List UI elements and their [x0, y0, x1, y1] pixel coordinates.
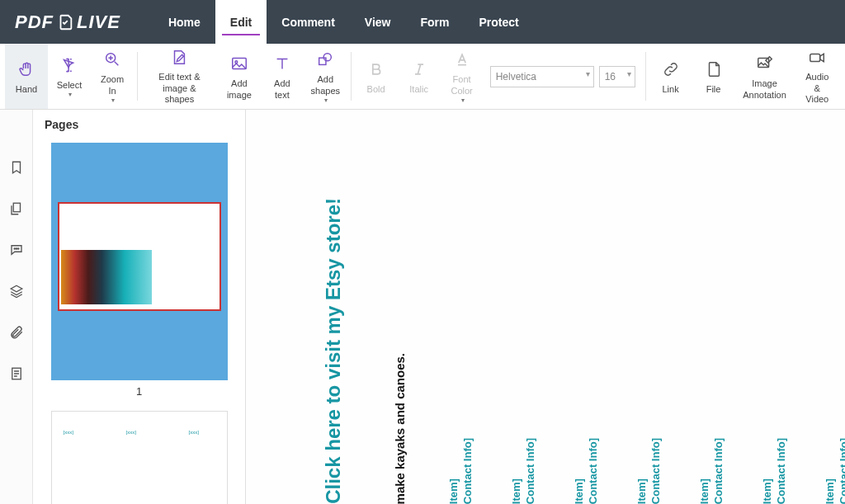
svg-rect-3 — [319, 58, 326, 64]
tab-form[interactable]: Form — [405, 0, 464, 44]
audio-video-tool[interactable]: Audio & Video — [795, 44, 840, 109]
comments-panel-button[interactable] — [7, 240, 26, 260]
separator — [351, 52, 352, 101]
svg-rect-7 — [810, 54, 820, 61]
tab-edit[interactable]: Edit — [215, 0, 267, 44]
image-annotation-icon — [756, 52, 774, 75]
stub-item: Item] — [447, 438, 461, 504]
edit-toolbar: Hand Select▾ Zoom In▾ Edit text & image … — [0, 44, 845, 110]
separator — [645, 52, 646, 101]
add-image-tool[interactable]: Add image — [218, 44, 261, 109]
logo-text-a: PDF — [15, 12, 54, 33]
font-family-select[interactable]: Helvetica — [490, 66, 594, 87]
italic-tool[interactable]: Italic — [398, 44, 441, 109]
caret-down-icon: ▾ — [68, 91, 72, 99]
pages-panel: Pages 1 [xxx] [xxx] [xxx] — [33, 110, 246, 504]
pages-panel-button[interactable] — [7, 199, 26, 219]
page-thumbnail-2[interactable]: [xxx] [xxx] [xxx] — [51, 411, 228, 504]
stub-item: Item] — [761, 438, 775, 504]
tab-comment[interactable]: Comment — [267, 0, 350, 44]
stub-contact: Contact Info] — [649, 438, 663, 504]
hand-tool[interactable]: Hand — [5, 44, 48, 109]
svg-rect-8 — [13, 203, 20, 212]
zoom-in-tool[interactable]: Zoom In▾ — [91, 44, 134, 109]
document-view[interactable]: Click here to visit my Etsy store! make … — [246, 110, 845, 504]
add-text-tool[interactable]: Add text — [261, 44, 304, 109]
image-annotation-tool[interactable]: Image Annotation — [735, 44, 795, 109]
stub-contact: Contact Info] — [461, 438, 475, 504]
doc-heading: Click here to visit my Etsy store! — [322, 198, 345, 504]
file-icon — [705, 58, 723, 81]
font-controls: Helvetica 16 — [484, 44, 642, 109]
main-area: Pages 1 [xxx] [xxx] [xxx] Click here to … — [0, 110, 845, 504]
stub-contact: Contact Info] — [524, 438, 538, 504]
link-icon — [662, 58, 680, 81]
link-tool[interactable]: Link — [649, 44, 692, 109]
tab-home[interactable]: Home — [153, 0, 215, 44]
svg-point-11 — [17, 248, 18, 249]
svg-point-10 — [16, 248, 17, 249]
logo-text-b: LIVE — [77, 12, 120, 33]
stub-item: Item] — [635, 438, 649, 504]
bookmarks-panel-button[interactable] — [7, 158, 26, 177]
bold-tool[interactable]: Bold — [355, 44, 398, 109]
video-icon — [808, 47, 826, 68]
app-header: PDF LIVE Home Edit Comment View Form Pro… — [0, 0, 845, 44]
caret-down-icon: ▾ — [324, 97, 328, 105]
edit-content-tool[interactable]: Edit text & image & shapes — [141, 44, 218, 109]
image-icon — [230, 52, 248, 75]
caret-down-icon: ▾ — [111, 97, 115, 105]
stub-contact: Contact Info] — [587, 438, 601, 504]
file-tool[interactable]: File — [692, 44, 735, 109]
logo-icon — [56, 13, 74, 31]
separator — [137, 52, 138, 101]
stub-contact: Contact Info] — [838, 438, 845, 504]
thumb-image — [51, 143, 228, 380]
stub-item: Item] — [698, 438, 712, 504]
font-size-select[interactable]: 16 — [599, 66, 635, 87]
select-tool[interactable]: Select▾ — [48, 44, 91, 109]
thumb-graphic — [61, 250, 152, 304]
svg-point-9 — [14, 248, 15, 249]
zoom-in-icon — [103, 48, 121, 71]
pages-panel-title: Pages — [45, 118, 234, 131]
cursor-text-icon — [60, 54, 78, 77]
page-thumbnail-1[interactable]: 1 — [51, 143, 228, 403]
layers-panel-button[interactable] — [7, 281, 26, 301]
doc-subheading: make kayaks and canoes. — [393, 353, 407, 504]
shapes-icon — [316, 48, 334, 71]
tab-view[interactable]: View — [350, 0, 406, 44]
attachments-panel-button[interactable] — [7, 323, 26, 342]
font-color-tool[interactable]: Font Color▾ — [441, 44, 484, 109]
menu-tabs: Home Edit Comment View Form Protect — [153, 0, 534, 44]
svg-point-4 — [323, 53, 331, 60]
tab-protect[interactable]: Protect — [464, 0, 533, 44]
bold-icon — [368, 58, 385, 81]
stub-item: Item] — [573, 438, 587, 504]
caret-down-icon: ▾ — [461, 97, 465, 105]
font-color-icon — [454, 48, 470, 71]
stub-item: Item] — [824, 438, 838, 504]
stub-contact: Contact Info] — [775, 438, 789, 504]
italic-icon — [411, 58, 427, 81]
stub-contact: Contact Info] — [712, 438, 726, 504]
stub-item: Item] — [510, 438, 524, 504]
fields-panel-button[interactable] — [7, 364, 26, 384]
page-number: 1 — [51, 380, 228, 403]
edit-page-icon — [170, 47, 188, 68]
hand-icon — [17, 58, 35, 81]
app-logo: PDF LIVE — [15, 12, 120, 33]
svg-rect-5 — [458, 64, 466, 66]
thumb-image: [xxx] [xxx] [xxx] — [51, 411, 228, 504]
add-shapes-tool[interactable]: Add shapes▾ — [304, 44, 347, 109]
text-icon — [273, 52, 291, 75]
left-rail — [0, 110, 33, 504]
